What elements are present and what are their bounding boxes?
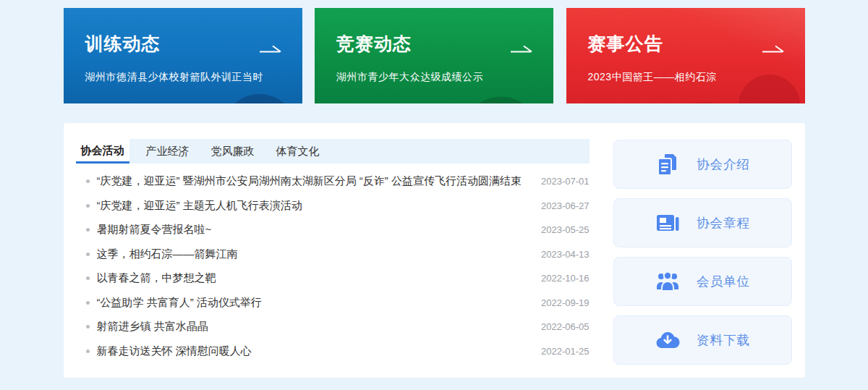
news-item[interactable]: 暑期射箭夏令营报名啦~ 2023-05-25 [76,218,590,242]
news-item[interactable]: “庆党建，迎亚运” 暨湖州市公安局湖州南太湖新区分局 “反诈” 公益宣传飞行活动… [76,169,590,194]
tab-sports-culture[interactable]: 体育文化 [271,139,325,164]
people-icon [655,268,681,294]
cloud-download-icon [655,327,681,353]
banner-competition-news[interactable]: 竞赛动态 湖州市青少年大众达级成绩公示 [315,8,553,103]
news-item[interactable]: 射箭进乡镇 共富水晶晶 2022-06-05 [76,315,590,339]
banner-row: 训练动态 湖州市德清县少体校射箭队外训正当时 竞赛动态 湖州市青少年大众达级成绩… [64,8,805,103]
banner-event-announcements[interactable]: 赛事公告 2023中国箭王——相约石淙 [566,8,805,103]
tab-industry-economy[interactable]: 产业经济 [141,139,195,164]
news-title: “庆党建，迎亚运” 暨湖州市公安局湖州南太湖新区分局 “反诈” 公益宣传飞行活动… [97,174,542,188]
bullet-icon [86,179,90,183]
documents-icon [655,151,681,177]
banner-subtitle: 2023中国箭王——相约石淙 [588,71,785,84]
quick-link-label: 协会介绍 [697,156,750,173]
news-title: “公益助学 共富育人” 活动仪式举行 [97,296,542,310]
tab-association-activities[interactable]: 协会活动 [76,139,129,164]
news-item[interactable]: 新春走访送关怀 深情慰问暖人心 2022-01-25 [76,339,590,364]
news-date: 2022-06-05 [541,321,590,332]
page-content: 训练动态 湖州市德清县少体校射箭队外训正当时 竞赛动态 湖州市青少年大众达级成绩… [64,8,805,378]
news-title: 新春走访送关怀 深情慰问暖人心 [97,344,542,358]
news-title: 以青春之箭，中梦想之靶 [97,271,542,285]
news-tabbar: 协会活动 产业经济 党风廉政 体育文化 [76,139,590,164]
banner-subtitle: 湖州市青少年大众达级成绩公示 [336,71,533,84]
news-date: 2022-10-16 [541,273,590,284]
news-title: 暑期射箭夏令营报名啦~ [97,223,542,237]
bullet-icon [86,276,90,280]
news-section: 协会活动 产业经济 党风廉政 体育文化 “庆党建，迎亚运” 暨湖州市公安局湖州南… [64,123,603,378]
banner-title: 竞赛动态 [336,32,533,56]
banner-training-news[interactable]: 训练动态 湖州市德清县少体校射箭队外训正当时 [64,8,302,103]
bullet-icon [86,204,90,208]
news-item[interactable]: “庆党建，迎亚运” 主题无人机飞行表演活动 2023-06-27 [76,194,590,219]
banner-subtitle: 湖州市德清县少体校射箭队外训正当时 [85,71,282,84]
news-date: 2023-04-13 [541,249,590,260]
quick-link-label: 会员单位 [697,273,750,290]
banner-title: 赛事公告 [588,32,785,56]
quick-link-downloads[interactable]: 资料下载 [613,315,792,365]
quick-link-member-units[interactable]: 会员单位 [613,257,792,306]
newspaper-icon [655,210,681,236]
main-panel: 协会活动 产业经济 党风廉政 体育文化 “庆党建，迎亚运” 暨湖州市公安局湖州南… [64,123,805,378]
banner-title: 训练动态 [85,32,282,56]
quick-link-label: 协会章程 [697,214,750,232]
news-title: “庆党建，迎亚运” 主题无人机飞行表演活动 [97,199,542,213]
news-date: 2022-01-25 [541,346,590,357]
quick-link-association-intro[interactable]: 协会介绍 [613,140,792,189]
bullet-icon [86,325,90,328]
quick-link-label: 资料下载 [697,331,750,349]
news-title: 射箭进乡镇 共富水晶晶 [97,320,542,334]
news-date: 2023-05-25 [541,224,590,235]
news-title: 这季，相约石淙——箭舞江南 [97,247,542,261]
news-date: 2023-07-01 [541,176,590,187]
bullet-icon [86,253,90,256]
news-list: “庆党建，迎亚运” 暨湖州市公安局湖州南太湖新区分局 “反诈” 公益宣传飞行活动… [76,169,590,363]
quick-link-association-charter[interactable]: 协会章程 [613,198,792,247]
news-item[interactable]: 这季，相约石淙——箭舞江南 2023-04-13 [76,242,590,267]
tab-party-conduct[interactable]: 党风廉政 [206,139,260,164]
bullet-icon [86,301,90,305]
news-item[interactable]: “公益助学 共富育人” 活动仪式举行 2022-09-19 [76,291,590,315]
news-date: 2022-09-19 [541,297,590,308]
arrow-right-icon [259,44,284,54]
quick-links-column: 协会介绍 协会章程 [603,123,805,378]
arrow-right-icon [510,44,535,54]
bullet-icon [86,349,90,353]
arrow-right-icon [762,44,786,54]
news-date: 2023-06-27 [541,200,590,211]
news-item[interactable]: 以青春之箭，中梦想之靶 2022-10-16 [76,266,590,291]
bullet-icon [86,228,90,232]
